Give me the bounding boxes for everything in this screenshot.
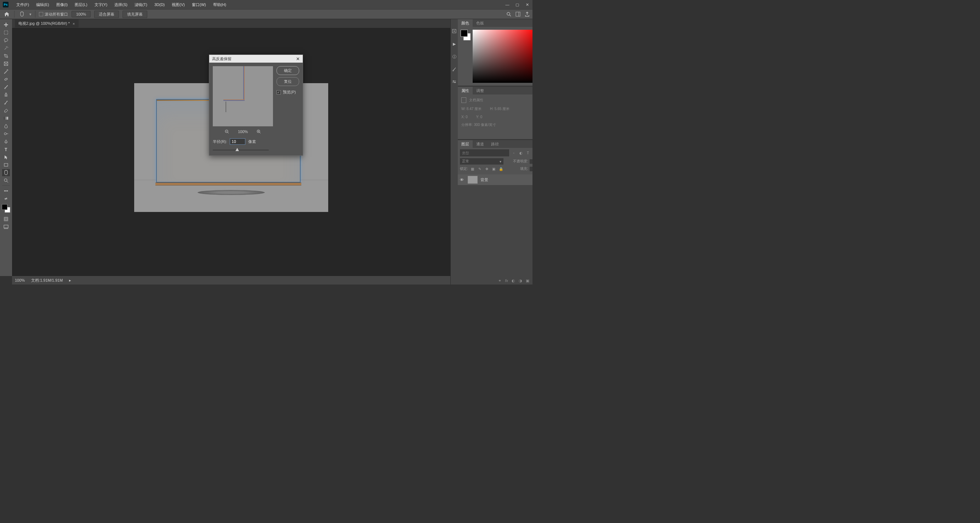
dialog-title-bar[interactable]: 高反差保留 ✕	[209, 55, 303, 63]
swap-colors-icon[interactable]: ⇄	[2, 195, 10, 202]
dodge-tool-icon[interactable]	[2, 130, 10, 137]
lock-paint-icon[interactable]: ✎	[477, 166, 482, 171]
layer-row[interactable]: 👁 背景 🔒	[458, 175, 533, 185]
edit-toolbar-icon[interactable]: •••	[2, 187, 10, 194]
foreground-background-swatch[interactable]	[461, 30, 471, 40]
new-group-icon[interactable]: ▣	[526, 278, 529, 283]
radius-input[interactable]	[230, 138, 245, 145]
pen-tool-icon[interactable]	[2, 138, 10, 145]
lock-trans-icon[interactable]: ▦	[470, 166, 475, 171]
color-field[interactable]	[473, 30, 533, 83]
filter-preview[interactable]	[213, 66, 273, 126]
zoom-tool-icon[interactable]	[2, 177, 10, 184]
visibility-icon[interactable]: 👁	[460, 178, 465, 182]
lock-nest-icon[interactable]: ▣	[492, 166, 496, 171]
opacity-label: 不透明度:	[513, 159, 528, 164]
quickmask-icon[interactable]	[2, 216, 10, 223]
tab-color[interactable]: 颜色	[458, 19, 473, 27]
menu-view[interactable]: 视图(V)	[168, 2, 188, 8]
filter-type-icon[interactable]: T	[525, 150, 530, 155]
marquee-tool-icon[interactable]	[2, 29, 10, 36]
filter-adjust-icon[interactable]: ◐	[518, 150, 523, 155]
zoom-level[interactable]: 100%	[72, 11, 91, 17]
search-icon[interactable]	[506, 12, 511, 17]
stamp-tool-icon[interactable]	[2, 91, 10, 99]
gradient-tool-icon[interactable]	[2, 114, 10, 122]
opacity-value[interactable]: 100%	[530, 159, 533, 164]
path-select-icon[interactable]	[2, 154, 10, 161]
menu-help[interactable]: 帮助(H)	[210, 2, 230, 8]
lasso-tool-icon[interactable]	[2, 37, 10, 44]
menu-file[interactable]: 文件(F)	[13, 2, 33, 8]
zoom-out-icon[interactable]	[224, 129, 229, 134]
tab-swatches[interactable]: 色板	[473, 19, 487, 27]
brush-tool-icon[interactable]	[2, 84, 10, 91]
home-icon[interactable]	[3, 10, 11, 18]
menu-type[interactable]: 文字(Y)	[91, 2, 111, 8]
lock-pos-icon[interactable]: ✥	[484, 166, 489, 171]
menu-window[interactable]: 窗口(W)	[188, 2, 210, 8]
radius-slider[interactable]	[213, 150, 269, 150]
menu-3d[interactable]: 3D(D)	[151, 3, 168, 7]
eraser-tool-icon[interactable]	[2, 107, 10, 114]
fill-screen-button[interactable]: 填充屏幕	[123, 11, 147, 18]
shape-tool-icon[interactable]	[2, 161, 10, 169]
history-panel-icon[interactable]	[451, 28, 458, 35]
menu-image[interactable]: 图像(I)	[53, 2, 71, 8]
fit-screen-button[interactable]: 适合屏幕	[94, 11, 119, 18]
menu-edit[interactable]: 编辑(E)	[33, 2, 53, 8]
window-maximize-icon[interactable]: ▢	[515, 3, 520, 7]
lock-all-icon[interactable]: 🔒	[498, 166, 503, 171]
link-layers-icon[interactable]: ⚭	[498, 278, 501, 283]
share-icon[interactable]	[525, 12, 530, 17]
app-icon: Ps	[3, 2, 8, 8]
filter-pixel-icon[interactable]: ▫	[511, 150, 516, 155]
layer-mask-icon[interactable]: ◐	[512, 278, 515, 283]
tab-adjustments[interactable]: 调整	[473, 87, 487, 94]
blur-tool-icon[interactable]	[2, 122, 10, 129]
tab-channels[interactable]: 通道	[473, 140, 487, 148]
tab-close-icon[interactable]: ×	[73, 22, 75, 26]
heal-tool-icon[interactable]	[2, 76, 10, 83]
menu-filter[interactable]: 滤镜(T)	[131, 2, 151, 8]
wand-tool-icon[interactable]	[2, 45, 10, 52]
eyedropper-tool-icon[interactable]	[2, 68, 10, 75]
window-close-icon[interactable]: ✕	[525, 3, 530, 7]
actions-panel-icon[interactable]: ▶	[451, 40, 458, 48]
menu-select[interactable]: 选择(S)	[111, 2, 131, 8]
fill-value[interactable]: 100%	[530, 167, 533, 171]
move-tool-icon[interactable]	[2, 21, 10, 28]
color-swatch[interactable]	[2, 204, 10, 213]
menu-layer[interactable]: 图层(L)	[71, 2, 91, 8]
info-panel-icon[interactable]: ⓘ	[451, 53, 458, 60]
dialog-close-icon[interactable]: ✕	[296, 56, 300, 62]
brushes-panel-icon[interactable]	[451, 66, 458, 73]
layers-panel-tabs: 图层 通道 路径 ≡	[458, 140, 533, 148]
layer-filter-input[interactable]	[460, 149, 509, 156]
blend-mode-select[interactable]: 正常▾	[460, 158, 503, 165]
layer-style-icon[interactable]: fx	[505, 278, 508, 283]
reset-button[interactable]: 复位	[277, 77, 299, 86]
zoom-in-icon[interactable]	[256, 129, 261, 134]
tab-layers[interactable]: 图层	[458, 140, 473, 148]
history-brush-icon[interactable]	[2, 99, 10, 106]
workspace-icon[interactable]	[515, 12, 520, 17]
ok-button[interactable]: 确定	[277, 66, 299, 75]
crop-tool-icon[interactable]	[2, 52, 10, 59]
window-minimize-icon[interactable]: —	[505, 3, 510, 7]
layer-thumbnail[interactable]	[468, 176, 477, 184]
svg-point-25	[455, 82, 456, 83]
brush-settings-icon[interactable]	[451, 79, 458, 86]
scroll-all-checkbox[interactable]	[39, 12, 43, 16]
new-fill-icon[interactable]: ◑	[519, 278, 522, 283]
type-tool-icon[interactable]: T	[2, 146, 10, 153]
status-arrow-icon[interactable]: ▸	[69, 278, 71, 283]
tab-paths[interactable]: 路径	[487, 140, 503, 148]
preview-checkbox[interactable]: ✓	[277, 90, 281, 94]
document-tab[interactable]: 电视2.jpg @ 100%(RGB/8#) * ×	[15, 19, 79, 28]
frame-tool-icon[interactable]	[2, 60, 10, 67]
tab-properties[interactable]: 属性	[458, 87, 473, 94]
hand-tool-icon[interactable]	[2, 169, 10, 176]
screenmode-icon[interactable]	[2, 223, 10, 231]
layer-name[interactable]: 背景	[480, 177, 488, 183]
